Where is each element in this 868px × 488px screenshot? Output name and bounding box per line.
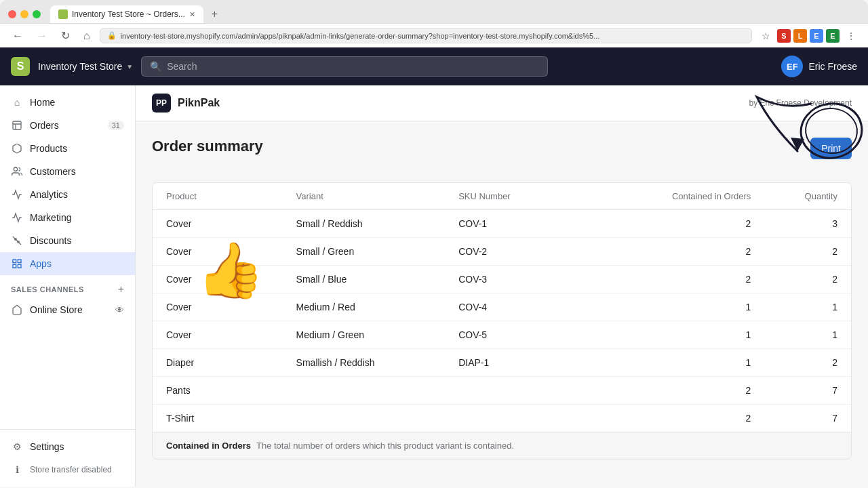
app-header: PP PiknPak by Eric Froese Development: [136, 85, 868, 121]
cell-quantity: 7: [751, 385, 837, 396]
user-avatar[interactable]: EF: [781, 56, 803, 77]
cell-sku: [458, 413, 589, 424]
svg-rect-0: [13, 121, 21, 129]
extension-icon-2[interactable]: L: [793, 29, 807, 43]
shopify-topnav: S Inventory Test Store ▼ 🔍 Search EF Eri…: [0, 47, 868, 85]
cell-variant: Medium / Green: [296, 329, 459, 340]
lock-icon: 🔒: [107, 31, 117, 40]
cell-product: Cover: [166, 302, 296, 312]
sidebar: ⌂ Home Orders 31 Products Customers: [0, 85, 136, 487]
browser-tab-active[interactable]: Inventory Test Store ~ Orders... ✕: [50, 5, 203, 23]
sidebar-item-analytics[interactable]: Analytics: [0, 183, 135, 206]
reload-button[interactable]: ↻: [57, 28, 74, 43]
sidebar-label-settings: Settings: [30, 441, 64, 452]
traffic-light-green[interactable]: [33, 10, 41, 18]
cell-variant: Small / Reddish: [296, 218, 459, 229]
sales-channels-header: SALES CHANNELS +: [0, 275, 135, 298]
sidebar-label-online-store: Online Store: [30, 304, 83, 315]
store-transfer-label: Store transfer disabled: [30, 465, 112, 474]
sidebar-item-online-store[interactable]: Online Store 👁: [0, 298, 135, 321]
print-button[interactable]: Print: [810, 138, 852, 159]
url-text: inventory-test-store.myshopify.com/admin…: [121, 32, 600, 40]
col-header-variant: Variant: [296, 191, 459, 201]
legend-value: The total number of orders which this pr…: [256, 441, 514, 451]
sidebar-item-apps[interactable]: Apps: [0, 252, 135, 275]
table-row: Pants 2 7: [153, 377, 851, 405]
traffic-light-red[interactable]: [8, 10, 16, 18]
tab-close-button[interactable]: ✕: [189, 10, 195, 19]
store-transfer-item: ℹ Store transfer disabled: [0, 458, 135, 481]
sidebar-label-marketing: Marketing: [30, 212, 71, 223]
bookmark-button[interactable]: ☆: [757, 29, 774, 43]
shopify-logo: S: [11, 57, 30, 76]
tab-favicon: [58, 9, 68, 19]
extension-icon-1[interactable]: S: [777, 29, 791, 43]
extension-icon-4[interactable]: E: [826, 29, 840, 43]
cell-variant: [296, 385, 459, 396]
cell-sku: COV-3: [458, 274, 589, 285]
table-row: Cover Medium / Green COV-5 1 1: [153, 321, 851, 349]
cell-quantity: 1: [751, 329, 837, 340]
new-tab-button[interactable]: +: [206, 5, 223, 23]
cell-quantity: 1: [751, 302, 837, 312]
table-row: Cover Medium / Red COV-4 1 1: [153, 293, 851, 321]
cell-contained: 1: [589, 357, 751, 368]
table-row: Cover Small / Reddish COV-1 2 3: [153, 210, 851, 238]
svg-rect-5: [18, 260, 21, 263]
col-header-sku: SKU Number: [458, 191, 589, 201]
sidebar-item-settings[interactable]: ⚙ Settings: [0, 435, 135, 458]
sidebar-label-home: Home: [30, 97, 55, 108]
cell-contained: 2: [589, 385, 751, 396]
cell-product: Cover: [166, 274, 296, 285]
svg-point-1: [14, 167, 17, 171]
search-bar[interactable]: 🔍 Search: [141, 56, 548, 77]
sidebar-label-products: Products: [30, 143, 67, 154]
svg-rect-4: [13, 260, 16, 263]
traffic-light-yellow[interactable]: [20, 10, 28, 18]
table-row: Diaper Smallish / Reddish DIAP-1 1 2: [153, 349, 851, 377]
brand-name: PiknPak: [178, 97, 220, 109]
cell-sku: COV-2: [458, 246, 589, 257]
sidebar-item-products[interactable]: Products: [0, 137, 135, 160]
sidebar-item-discounts[interactable]: Discounts: [0, 229, 135, 252]
discounts-icon: [11, 235, 23, 247]
cell-quantity: 3: [751, 218, 837, 229]
cell-contained: 1: [589, 329, 751, 340]
cell-sku: COV-5: [458, 329, 589, 340]
cell-contained: 2: [589, 218, 751, 229]
extension-icon-3[interactable]: E: [810, 29, 823, 43]
brand-logo-text: PP: [156, 98, 167, 108]
cell-variant: Smallish / Reddish: [296, 357, 459, 368]
back-button[interactable]: ←: [8, 28, 27, 43]
sidebar-bottom: ⚙ Settings ℹ Store transfer disabled: [0, 429, 135, 481]
store-name-label: Inventory Test Store: [38, 61, 122, 72]
sidebar-item-orders[interactable]: Orders 31: [0, 114, 135, 137]
search-placeholder: Search: [167, 61, 197, 72]
legend-key: Contained in Orders: [166, 441, 251, 451]
sidebar-item-customers[interactable]: Customers: [0, 160, 135, 183]
cell-sku: DIAP-1: [458, 357, 589, 368]
tab-title: Inventory Test Store ~ Orders...: [72, 9, 185, 19]
sidebar-label-orders: Orders: [30, 120, 59, 131]
address-field[interactable]: 🔒 inventory-test-store.myshopify.com/adm…: [100, 28, 752, 43]
cell-contained: 2: [589, 274, 751, 285]
marketing-icon: [11, 211, 23, 224]
sidebar-item-home[interactable]: ⌂ Home: [0, 91, 135, 114]
sidebar-label-analytics: Analytics: [30, 189, 68, 200]
forward-button[interactable]: →: [33, 28, 52, 43]
sidebar-item-marketing[interactable]: Marketing: [0, 206, 135, 229]
add-sales-channel-button[interactable]: +: [118, 283, 124, 296]
store-name-button[interactable]: Inventory Test Store ▼: [38, 61, 133, 72]
user-initials: EF: [787, 62, 798, 72]
user-name: Eric Froese: [808, 61, 857, 72]
browser-tabs: Inventory Test Store ~ Orders... ✕ +: [0, 0, 868, 23]
sidebar-label-discounts: Discounts: [30, 235, 71, 246]
products-icon: [11, 142, 23, 155]
online-store-eye-icon[interactable]: 👁: [115, 305, 124, 315]
home-button[interactable]: ⌂: [79, 28, 94, 43]
customers-icon: [11, 165, 23, 178]
cell-product: Diaper: [166, 357, 296, 368]
cell-product: Pants: [166, 385, 296, 396]
more-button[interactable]: ⋮: [842, 29, 860, 43]
orders-icon: [11, 119, 23, 131]
